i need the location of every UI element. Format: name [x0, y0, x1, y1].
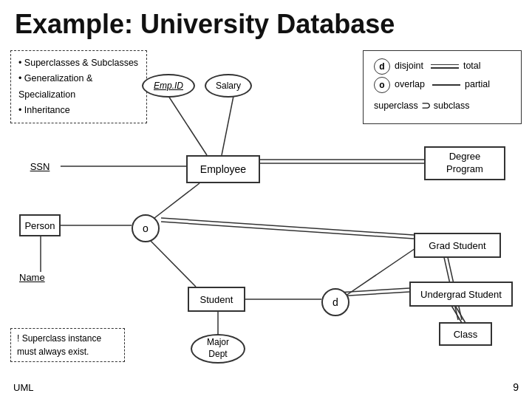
class-node: Class [439, 322, 492, 346]
svg-line-7 [161, 222, 414, 239]
ssn-node: SSN [19, 155, 61, 177]
svg-line-0 [168, 96, 207, 155]
circle-o-node: o [132, 214, 160, 242]
page-number: 9 [513, 381, 519, 393]
note-text: ! Superclass instance must always exist. [17, 333, 101, 357]
svg-line-12 [146, 236, 196, 287]
svg-line-13 [337, 288, 409, 293]
circle-d-node: d [321, 288, 349, 316]
svg-line-3 [148, 183, 200, 223]
grad-student-node: Grad Student [414, 233, 501, 258]
svg-line-1 [222, 96, 233, 155]
name-label: Name [19, 272, 45, 283]
person-node: Person [19, 214, 61, 236]
employee-node: Employee [186, 155, 260, 183]
major-dept-node: Major Dept [191, 334, 245, 364]
empid-node: Emp.ID [142, 74, 195, 98]
degree-program-node: Degree Program [424, 146, 505, 180]
student-node: Student [188, 287, 245, 312]
svg-line-6 [161, 218, 414, 235]
salary-node: Salary [205, 74, 252, 98]
note-box: ! Superclass instance must always exist. [10, 328, 125, 362]
uml-label: UML [13, 382, 33, 393]
undergrad-student-node: Undergrad Student [409, 282, 513, 307]
